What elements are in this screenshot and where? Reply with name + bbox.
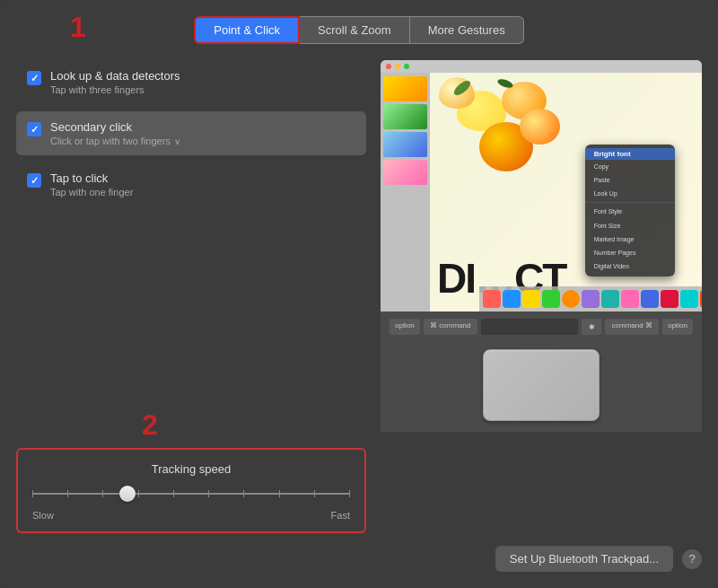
- slider-line: [32, 493, 350, 495]
- fast-label: Fast: [331, 510, 350, 521]
- fruit-image-area: DI…CT Bright font Copy Paste Look Up Fon…: [430, 73, 702, 312]
- dock-icon-2: [503, 290, 521, 308]
- tab-point-click[interactable]: Point & Click: [194, 16, 300, 44]
- key-option-right: option: [662, 319, 693, 335]
- tick-3: [102, 490, 103, 497]
- option-text-lookup: Look up & data detectors Tap with three …: [50, 69, 180, 95]
- tick-1: [32, 490, 33, 497]
- step-label-1: 1: [70, 13, 86, 41]
- help-button[interactable]: ?: [682, 549, 702, 569]
- tick-8: [279, 490, 280, 497]
- slow-label: Slow: [32, 510, 54, 521]
- checkbox-tap-to-click[interactable]: [27, 173, 41, 188]
- menu-separator: [585, 202, 675, 203]
- slider-container: Slow Fast: [32, 485, 350, 521]
- screen-body: DI…CT Bright font Copy Paste Look Up Fon…: [381, 73, 702, 312]
- mac-screen: DI…CT Bright font Copy Paste Look Up Fon…: [381, 60, 702, 312]
- trackpad-area: [381, 342, 702, 432]
- chevron-icon: ∨: [174, 136, 180, 146]
- menu-item-3: Look Up: [585, 187, 675, 200]
- dock-icon-9: [641, 290, 659, 308]
- tracking-label: Tracking speed: [32, 462, 350, 476]
- tick-7: [243, 490, 244, 497]
- context-menu: Bright font Copy Paste Look Up Font Styl…: [585, 145, 675, 277]
- tick-6: [208, 490, 209, 497]
- menu-item-6: Marked Image: [585, 233, 675, 246]
- trackpad-surface[interactable]: [483, 349, 600, 421]
- menu-item-4: Font Style: [585, 205, 675, 218]
- dock-icon-3: [522, 290, 540, 308]
- dock-icon-8: [621, 290, 639, 308]
- checkbox-lookup[interactable]: [27, 71, 41, 85]
- option-text-tap: Tap to click Tap with one finger: [50, 171, 133, 197]
- option-title-secondary: Secondary click: [50, 120, 180, 134]
- sidebar-thumb-4: [383, 160, 427, 185]
- spacer-keyboard: [481, 319, 578, 335]
- tracking-section: Tracking speed: [16, 448, 366, 533]
- dock-icon-1: [483, 290, 501, 308]
- option-secondary-click[interactable]: Secondary click Click or tap with two fi…: [16, 111, 366, 155]
- left-panel: Look up & data detectors Tap with three …: [16, 60, 366, 533]
- screen-preview: DI…CT Bright font Copy Paste Look Up Fon…: [381, 60, 702, 312]
- tick-4: [138, 490, 139, 497]
- screen-topbar: [381, 60, 702, 73]
- close-dot: [386, 64, 391, 69]
- option-subtitle-lookup: Tap with three fingers: [50, 84, 180, 95]
- bottom-bar: Set Up Bluetooth Trackpad... ?: [16, 546, 702, 572]
- sidebar-thumb-3: [383, 132, 427, 157]
- option-title-tap: Tap to click: [50, 171, 133, 185]
- dock-icon-6: [582, 290, 600, 308]
- tab-more-gestures[interactable]: More Gestures: [410, 16, 524, 44]
- content-area: Look up & data detectors Tap with three …: [16, 60, 702, 533]
- tab-bar: 1 Point & Click Scroll & Zoom More Gestu…: [16, 16, 702, 44]
- orange-3: [520, 109, 560, 145]
- tick-2: [67, 490, 68, 497]
- option-tap-to-click[interactable]: Tap to click Tap with one finger: [16, 162, 366, 206]
- dock-icon-7: [601, 290, 619, 308]
- menu-item-1: Copy: [585, 160, 675, 173]
- maximize-dot: [404, 64, 409, 69]
- slider-track[interactable]: [32, 485, 350, 503]
- sidebar-thumb-1: [383, 76, 427, 101]
- option-subtitle-secondary: Click or tap with two fingers ∨: [50, 136, 180, 146]
- right-panel: DI…CT Bright font Copy Paste Look Up Fon…: [381, 60, 702, 533]
- checkbox-secondary-click[interactable]: [27, 122, 41, 136]
- key-asterisk: ✱: [582, 319, 601, 335]
- step-label-2: 2: [142, 410, 158, 439]
- option-title-lookup: Look up & data detectors: [50, 69, 180, 83]
- tick-10: [349, 490, 350, 497]
- dock-icon-5: [562, 290, 580, 308]
- sidebar-thumb-2: [383, 104, 427, 129]
- main-container: 1 Point & Click Scroll & Zoom More Gestu…: [0, 0, 718, 588]
- keyboard-row-1: option ⌘ command ✱ command ⌘ option: [390, 319, 693, 335]
- dock-icon-11: [680, 290, 698, 308]
- option-subtitle-tap: Tap with one finger: [50, 187, 133, 197]
- slider-ticks: [32, 490, 350, 497]
- slider-labels: Slow Fast: [32, 510, 350, 521]
- screen-main: DI…CT Bright font Copy Paste Look Up Fon…: [430, 73, 702, 312]
- tick-5: [173, 490, 174, 497]
- key-command-right: command ⌘: [605, 319, 659, 335]
- screen-sidebar: [381, 73, 430, 312]
- menu-item-2: Paste: [585, 173, 675, 187]
- tick-9: [314, 490, 315, 497]
- option-lookup[interactable]: Look up & data detectors Tap with three …: [16, 60, 366, 104]
- minimize-dot: [395, 64, 400, 69]
- screen-dock: [479, 286, 702, 312]
- dock-icon-12: [700, 290, 702, 308]
- key-option-left: option: [390, 319, 420, 335]
- keyboard-area: option ⌘ command ✱ command ⌘ option: [381, 312, 702, 342]
- tab-scroll-zoom[interactable]: Scroll & Zoom: [300, 16, 410, 44]
- dock-icon-10: [661, 290, 679, 308]
- menu-item-8: Digital Video: [585, 259, 675, 273]
- menu-item-7: Number Pages: [585, 246, 675, 259]
- option-text-secondary: Secondary click Click or tap with two fi…: [50, 120, 180, 146]
- setup-bluetooth-button[interactable]: Set Up Bluetooth Trackpad...: [495, 546, 673, 572]
- menu-header: Bright font: [585, 148, 675, 160]
- dock-icon-4: [542, 290, 560, 308]
- key-command-left: ⌘ command: [424, 319, 477, 335]
- slider-thumb[interactable]: [119, 486, 136, 502]
- menu-item-5: Font Size: [585, 219, 675, 233]
